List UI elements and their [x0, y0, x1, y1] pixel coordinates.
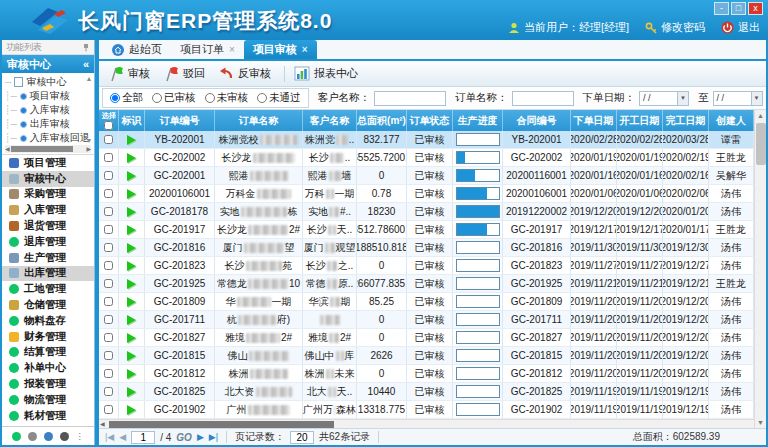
- row-checkbox[interactable]: [104, 279, 113, 288]
- order-date-picker[interactable]: / / ▼: [639, 91, 689, 106]
- column-header-0[interactable]: 选择: [99, 110, 119, 131]
- table-row[interactable]: 20200106001万科金万科一期0.78已审核202001060012020…: [99, 185, 754, 203]
- prev-page-icon[interactable]: ◀: [119, 432, 126, 442]
- radio-全部[interactable]: [110, 93, 120, 103]
- column-header-1[interactable]: 标识: [119, 110, 145, 131]
- row-checkbox[interactable]: [104, 153, 113, 162]
- table-row[interactable]: GC-201925常德龙10常德原..266077.835..已审核GC-201…: [99, 275, 754, 293]
- scroll-right-icon[interactable]: ▶: [86, 145, 91, 154]
- sidebar-item-inventory[interactable]: 物料盘存: [2, 313, 94, 329]
- report-icon[interactable]: [60, 432, 69, 441]
- sidebar-section-header[interactable]: 审核中心 «: [2, 55, 94, 73]
- column-header-12[interactable]: 创建人: [709, 110, 754, 131]
- table-row[interactable]: GC-201902广州广州万森林13318.775已审核GC-201902201…: [99, 401, 754, 419]
- customer-name-input[interactable]: [374, 91, 446, 106]
- row-checkbox[interactable]: [104, 261, 113, 270]
- row-checkbox[interactable]: [104, 297, 113, 306]
- row-checkbox[interactable]: [104, 171, 113, 180]
- toolbar-button-undo-arrow[interactable]: 反审核: [215, 64, 278, 84]
- radio-未通过[interactable]: [257, 93, 267, 103]
- scroll-down-icon[interactable]: ▼: [755, 417, 766, 428]
- table-row[interactable]: GC-201815佛山佛山中库2626已审核GC-2018152019/11/2…: [99, 347, 754, 365]
- sidebar-item-reorder[interactable]: 补单中心: [2, 360, 94, 376]
- toolbar-button-green-flag[interactable]: 审核: [105, 64, 157, 84]
- table-row[interactable]: GC-201827雅境2#雅境2#0已审核GC-2018272019/11/20…: [99, 329, 754, 347]
- row-checkbox[interactable]: [104, 387, 113, 396]
- table-row[interactable]: GC-201711杭府)0已审核GC-2017112019/11/202019/…: [99, 311, 754, 329]
- sidebar-item-purchase-cart[interactable]: 采购管理: [2, 187, 94, 203]
- cart-icon[interactable]: [28, 432, 37, 441]
- row-checkbox[interactable]: [104, 135, 113, 144]
- table-row[interactable]: GC-202002长沙龙长沙..65525.7200..已审核GC-202002…: [99, 149, 754, 167]
- horizontal-scroll-thumb[interactable]: [109, 421, 334, 428]
- tree-horizontal-scrollbar[interactable]: ◀ ▶: [5, 145, 91, 153]
- column-header-8[interactable]: 合同编号: [503, 110, 571, 131]
- first-page-icon[interactable]: |◀: [105, 432, 114, 442]
- tab-project-audit[interactable]: 项目审核×: [244, 40, 317, 59]
- toolbar-button-chart[interactable]: 报表中心: [291, 64, 365, 84]
- sidebar-item-consumables[interactable]: 耗材管理: [2, 408, 94, 424]
- sidebar-item-audit[interactable]: 审核中心: [2, 171, 94, 187]
- tree-root[interactable]: ─ 审核中心: [5, 75, 84, 89]
- tree-scroll-thumb[interactable]: [11, 146, 73, 152]
- column-header-10[interactable]: 开工日期: [617, 110, 663, 131]
- sidebar-item-warehouse[interactable]: 仓储管理: [2, 297, 94, 313]
- table-vertical-scrollbar[interactable]: ▲ ▼: [754, 110, 766, 428]
- table-row[interactable]: GC-202001熙港熙港墙0已审核202001160012020/01/162…: [99, 167, 754, 185]
- sidebar-item-project[interactable]: 项目管理: [2, 155, 94, 171]
- row-checkbox[interactable]: [104, 207, 113, 216]
- table-horizontal-scrollbar[interactable]: ◀: [99, 419, 754, 428]
- chevron-down-icon[interactable]: ▼: [751, 92, 762, 105]
- scroll-up-icon[interactable]: ▲: [755, 110, 766, 121]
- tree-item-3[interactable]: ┊─出库审核: [5, 117, 84, 131]
- tab-close-icon[interactable]: ×: [229, 44, 235, 55]
- order-name-input[interactable]: [512, 91, 574, 106]
- vertical-scroll-thumb[interactable]: [756, 123, 766, 165]
- green-dot-icon[interactable]: [12, 432, 21, 441]
- sidebar-item-stock-return[interactable]: 退库管理: [2, 234, 94, 250]
- column-header-7[interactable]: 生产进度: [453, 110, 503, 131]
- last-page-icon[interactable]: ▶|: [209, 432, 218, 442]
- sidebar-item-finance[interactable]: 财务管理: [2, 329, 94, 345]
- order-date-to-picker[interactable]: / / ▼: [713, 91, 763, 106]
- sidebar-item-install[interactable]: 报装管理: [2, 376, 94, 392]
- table-row[interactable]: GC-2018178实地栋实地#..18230已审核20191220002201…: [99, 203, 754, 221]
- toolbar-button-red-flag[interactable]: 驳回: [160, 64, 212, 84]
- status-filter-0[interactable]: 全部: [110, 91, 143, 105]
- select-all-checkbox[interactable]: [104, 121, 113, 130]
- next-page-icon[interactable]: ▶: [197, 432, 204, 442]
- page-number-input[interactable]: [131, 431, 155, 444]
- minimize-button[interactable]: -: [714, 2, 729, 15]
- go-button[interactable]: GO: [176, 432, 192, 443]
- table-row[interactable]: GC-201816厦门望厦门观望188510.818已审核GC-20181620…: [99, 239, 754, 257]
- column-header-5[interactable]: 总面积(m²): [357, 110, 407, 131]
- row-checkbox[interactable]: [104, 225, 113, 234]
- row-checkbox[interactable]: [104, 333, 113, 342]
- pin-icon[interactable]: [82, 43, 90, 52]
- table-row[interactable]: GC-201825北大资北大天..10440已审核GC-2018252019/1…: [99, 383, 754, 401]
- status-filter-2[interactable]: 未审核: [205, 91, 249, 105]
- row-checkbox[interactable]: [104, 369, 113, 378]
- sidebar-item-settlement[interactable]: 结算管理: [2, 345, 94, 361]
- row-checkbox[interactable]: [104, 243, 113, 252]
- tree-item-4[interactable]: ┊─入库审核回退: [5, 131, 84, 145]
- tab-project-orders[interactable]: 项目订单×: [171, 40, 244, 59]
- scroll-left-icon[interactable]: ◀: [100, 420, 105, 428]
- status-filter-1[interactable]: 已审核: [152, 91, 196, 105]
- sidebar-item-site[interactable]: 工地管理: [2, 281, 94, 297]
- table-row[interactable]: GC-201917长沙龙2#长沙天..8512.78600..已审核GC-201…: [99, 221, 754, 239]
- column-header-11[interactable]: 完工日期: [663, 110, 709, 131]
- tree-item-2[interactable]: ┊─入库审核: [5, 103, 84, 117]
- more-icon[interactable]: ⋮: [76, 432, 85, 441]
- sidebar-item-production[interactable]: 生产管理: [2, 250, 94, 266]
- pen-icon[interactable]: [44, 432, 53, 441]
- radio-未审核[interactable]: [205, 93, 215, 103]
- column-header-2[interactable]: 订单编号: [145, 110, 215, 131]
- row-checkbox[interactable]: [104, 405, 113, 414]
- table-row[interactable]: GC-201809华一期华滨期85.25已审核GC-2018092019/11/…: [99, 293, 754, 311]
- column-header-6[interactable]: 订单状态: [407, 110, 453, 131]
- scroll-left-icon[interactable]: ◀: [5, 145, 10, 154]
- table-row[interactable]: GC-201823长沙苑长沙之..0已审核GC-2018232019/11/27…: [99, 257, 754, 275]
- sidebar-item-returns[interactable]: 退货管理: [2, 218, 94, 234]
- column-header-9[interactable]: 下单日期: [571, 110, 617, 131]
